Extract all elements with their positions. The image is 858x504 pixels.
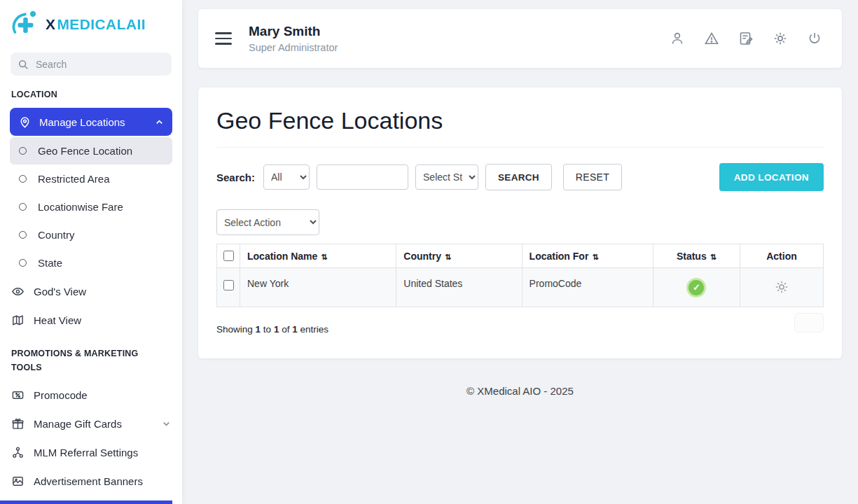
search-field-select[interactable]: All	[263, 164, 310, 190]
entries-to: 1	[274, 324, 279, 335]
bullet-circle-icon	[19, 259, 27, 267]
cell-status: ✓	[653, 268, 740, 307]
add-location-button[interactable]: ADD LOCATION	[719, 163, 824, 191]
table-header-row: Location Name⇅ Country⇅ Location For⇅ St…	[217, 244, 824, 268]
logo-text-primary: X	[46, 16, 55, 33]
search-toolbar: Search: All Select State SEARCH RESET AD…	[216, 163, 824, 191]
chevron-up-icon	[155, 118, 164, 127]
section-heading-location: LOCATION	[11, 88, 171, 102]
menu-toggle-button[interactable]	[215, 32, 232, 45]
sidebar-item-label: Promocode	[34, 389, 88, 401]
entries-total: 1	[292, 324, 298, 335]
state-select[interactable]: Select State	[415, 164, 478, 190]
user-role: Super Administrator	[249, 42, 338, 53]
column-header-location-for[interactable]: Location For⇅	[522, 244, 653, 268]
sidebar-search-input[interactable]	[34, 58, 165, 71]
sidebar-item-label: Advertisement Banners	[34, 475, 143, 487]
column-header-status[interactable]: Status⇅	[653, 244, 740, 268]
content-card: Geo Fence Locations Search: All Select S…	[198, 88, 842, 358]
sidebar-item-manage-gift-cards[interactable]: Manage Gift Cards	[0, 410, 182, 438]
logout-button[interactable]	[807, 31, 822, 46]
locations-table: Location Name⇅ Country⇅ Location For⇅ St…	[216, 244, 824, 307]
edit-profile-button[interactable]	[738, 31, 754, 46]
alerts-button[interactable]	[704, 31, 719, 46]
chevron-down-icon	[162, 419, 171, 428]
sidebar-item-advertisement-banners[interactable]: Advertisement Banners	[0, 467, 182, 496]
sidebar-item-mlm-referral-settings[interactable]: MLM Referral Settings	[0, 438, 182, 467]
table-row: New York United States PromoCode ✓	[217, 268, 824, 307]
column-header-action: Action	[740, 244, 824, 268]
bulk-action-row: Select Action	[216, 209, 824, 235]
profile-button[interactable]	[670, 31, 685, 46]
warning-icon	[704, 31, 719, 46]
sidebar-item-state[interactable]: State	[10, 249, 172, 276]
select-all-cell	[217, 244, 240, 268]
bulk-action-select[interactable]: Select Action	[216, 209, 319, 235]
network-icon	[11, 446, 25, 459]
gear-icon	[773, 31, 788, 46]
header-actions	[670, 31, 822, 46]
row-checkbox[interactable]	[223, 280, 234, 290]
entries-to-word: to	[263, 324, 271, 335]
banner-image-icon	[11, 475, 25, 488]
top-header: Mary Smith Super Administrator	[198, 9, 842, 68]
sidebar-subitem-label: Locationwise Fare	[38, 201, 123, 213]
settings-button[interactable]	[773, 31, 788, 46]
page-title: Geo Fence Locations	[216, 107, 824, 148]
entries-summary: Showing 1 to 1 of 1 entries	[216, 324, 824, 335]
sidebar-item-label: Manage Locations	[39, 116, 125, 128]
sidebar-search	[11, 52, 172, 76]
cell-location-for: PromoCode	[522, 268, 653, 307]
search-icon	[18, 59, 29, 70]
sidebar-item-label: Manage Gift Cards	[34, 418, 122, 430]
sidebar-item-label: Heat View	[34, 314, 81, 326]
sidebar-subitem-label: Geo Fence Location	[38, 145, 132, 157]
search-button[interactable]: SEARCH	[485, 164, 552, 190]
sidebar-item-label: God's View	[34, 286, 86, 298]
heat-view-map-icon	[11, 314, 25, 327]
gear-icon	[774, 279, 789, 295]
sidebar-subitem-label: Country	[38, 229, 75, 241]
bullet-circle-icon	[19, 147, 27, 155]
main-area: Mary Smith Super Administrator	[182, 0, 858, 397]
form-edit-icon	[738, 31, 754, 46]
entries-from: 1	[256, 324, 261, 335]
cell-location-name: New York	[240, 268, 396, 307]
entries-suffix: entries	[300, 324, 328, 335]
sidebar-item-label: MLM Referral Settings	[34, 447, 138, 458]
reset-button[interactable]: RESET	[563, 164, 622, 190]
sidebar-item-locationwise-fare[interactable]: Locationwise Fare	[10, 193, 172, 220]
section-heading-promotions: PROMOTIONS & MARKETING TOOLS	[11, 347, 151, 374]
sidebar-item-heat-view[interactable]: Heat View	[0, 306, 182, 335]
sidebar-item-promocode[interactable]: Promocode	[0, 381, 182, 410]
status-active-icon[interactable]: ✓	[689, 280, 704, 295]
gift-icon	[11, 417, 25, 430]
power-icon	[807, 31, 822, 46]
logo-icon	[10, 9, 41, 40]
column-header-location-name[interactable]: Location Name⇅	[240, 244, 396, 268]
pagination-placeholder	[794, 313, 824, 332]
sidebar-item-gods-view[interactable]: God's View	[0, 277, 182, 306]
sidebar-item-restricted-area[interactable]: Restricted Area	[10, 165, 172, 192]
logo[interactable]: XMEDICALAII	[0, 0, 182, 47]
sidebar-item-geo-fence-location[interactable]: Geo Fence Location	[10, 137, 172, 164]
sort-icon: ⇅	[592, 253, 598, 261]
gods-view-icon	[11, 285, 25, 298]
select-all-checkbox[interactable]	[223, 251, 234, 261]
sidebar-item-manage-locations[interactable]: Manage Locations	[10, 108, 172, 136]
sort-icon: ⇅	[445, 253, 451, 261]
sidebar-item-country[interactable]: Country	[10, 221, 172, 248]
bullet-circle-icon	[19, 231, 27, 239]
sort-icon: ⇅	[321, 253, 327, 261]
cell-country: United States	[396, 268, 522, 307]
search-label: Search:	[216, 172, 255, 183]
cell-action	[740, 268, 824, 307]
search-keyword-input[interactable]	[317, 164, 408, 190]
menu-icon	[215, 32, 232, 34]
promocode-ticket-icon	[11, 388, 25, 402]
sidebar-partial-item-highlight	[0, 500, 172, 504]
bullet-circle-icon	[19, 175, 27, 183]
footer-text: © XMedical AIO - 2025	[198, 385, 842, 397]
row-settings-button[interactable]	[770, 279, 794, 295]
column-header-country[interactable]: Country⇅	[396, 244, 522, 268]
